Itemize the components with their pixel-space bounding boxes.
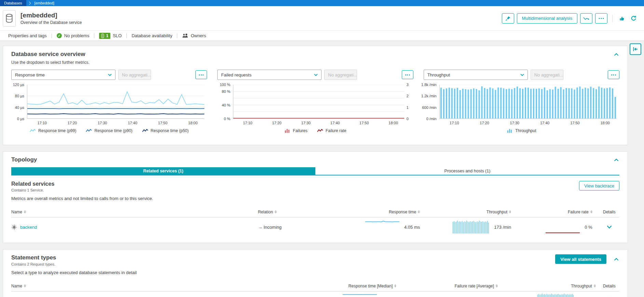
column-header-throughput[interactable]: Throughput (430, 210, 521, 214)
chart-legend: FailuresFailure rate (217, 128, 413, 133)
statement-types-card: Statement types Contains 2 Request types… (3, 249, 628, 297)
sort-icon (24, 284, 26, 287)
column-header-failure-rate[interactable]: Failure rate (521, 210, 599, 214)
slo-item[interactable]: 1 SLO (94, 31, 126, 41)
chart-legend: Response time (p99)Response time (p90)Re… (11, 128, 207, 133)
plot-area[interactable] (439, 85, 617, 119)
y-axis-label: 40 µs (15, 105, 24, 110)
plot-area[interactable] (233, 85, 404, 119)
failed-requests-chart[interactable]: 100 %80 %40 %0 %321017:1017:2017:3017:40… (217, 85, 413, 139)
service-link[interactable]: backend (20, 225, 37, 230)
response-time-value: 28.1 µs (382, 296, 396, 297)
chart-options-button[interactable] (195, 70, 207, 79)
sort-icon (24, 210, 26, 213)
x-axis-label: 17:10 (37, 121, 47, 125)
y-axis-label: 0 % (224, 117, 230, 121)
slo-count: 1 (106, 33, 108, 38)
chart-options-button[interactable] (608, 70, 619, 79)
multidimensional-analysis-button[interactable]: Multidimensional analysis (517, 13, 577, 24)
chart-options-button[interactable] (402, 70, 413, 79)
more-actions-button[interactable] (595, 13, 607, 24)
feedback-thumbs-up-button[interactable] (617, 14, 626, 23)
row-details-button[interactable] (599, 225, 619, 229)
legend-item[interactable]: Throughput (507, 128, 536, 133)
owners-item[interactable]: Owners (177, 31, 211, 41)
x-axis-label: 17:30 (301, 121, 311, 125)
legend-item[interactable]: Response time (p99) (30, 128, 76, 133)
topology-card-title: Topology (11, 156, 37, 163)
x-axis-label: 17:50 (570, 121, 580, 125)
x-axis-label: 17:40 (540, 121, 550, 125)
metric-panels: Response time No aggregati... 120 µs80 µ… (11, 70, 619, 139)
sort-icon (496, 284, 498, 287)
sort-icon (509, 210, 511, 213)
properties-and-tags-label: Properties and tags (8, 33, 47, 38)
view-backtrace-label: View backtrace (584, 183, 614, 188)
service-icon (11, 224, 17, 230)
tab-processes-and-hosts[interactable]: Processes and hosts (1) (315, 167, 619, 175)
owners-label: Owners (191, 33, 206, 38)
tab-related-services[interactable]: Related services (1) (11, 167, 315, 175)
page-content: Database service overview Use the dropdo… (0, 41, 644, 297)
metric-select[interactable]: Response time (11, 70, 115, 80)
chevron-up-icon (614, 258, 619, 261)
column-header-name[interactable]: Name (11, 210, 258, 214)
x-axis-label: 17:10 (243, 121, 252, 125)
metric-select[interactable]: Failed requests (217, 70, 321, 80)
legend-item[interactable]: Failure rate (317, 128, 346, 133)
right-y-axis (204, 85, 207, 119)
response-time-chart[interactable]: 120 µs80 µs40 µs0 µs17:1017:2017:3017:40… (11, 85, 207, 139)
x-axis: 17:1017:2017:3017:4017:5018:00 (439, 119, 617, 126)
column-header-relation[interactable]: Relation (258, 210, 349, 214)
collapse-panel-button[interactable] (630, 43, 641, 55)
view-all-statements-label: View all statements (560, 257, 601, 262)
aggregation-select: No aggregati... (118, 70, 151, 80)
analysis-trend-button[interactable] (580, 13, 592, 24)
y-axis-label: 3 (407, 83, 409, 87)
owners-icon (182, 33, 188, 38)
y-axis-label: 600 /min (422, 105, 436, 110)
x-axis-label: 17:40 (128, 121, 137, 125)
x-axis-label: 17:20 (480, 121, 489, 125)
failed-requests-panel: Failed requests No aggregati... 100 %80 … (217, 70, 413, 139)
statement-types-subtitle: Select a type to analyze executed databa… (11, 270, 137, 275)
ellipsis-icon (599, 18, 604, 19)
failure-rate-value: 0 % (490, 296, 497, 297)
throughput-chart[interactable]: 1.8k /min1.2k /min600 /min0 /min17:1017:… (424, 85, 619, 139)
problems-item[interactable]: ✓ No problems (52, 31, 94, 41)
multidimensional-analysis-label: Multidimensional analysis (522, 16, 572, 21)
view-all-statements-button[interactable]: View all statements (555, 254, 606, 264)
table-row: backend → Incoming 4.05 ms 173 /min (11, 217, 619, 237)
topology-collapse-button[interactable] (613, 157, 619, 163)
column-header-failure-rate-average[interactable]: Failure rate [Average] (400, 284, 501, 288)
x-axis-label: 18:00 (388, 121, 398, 125)
view-backtrace-button[interactable]: View backtrace (579, 181, 619, 190)
column-header-response-time[interactable]: Response time (349, 210, 430, 214)
column-header-name[interactable]: Name (11, 284, 329, 288)
topology-tabs: Related services (1) Processes and hosts… (11, 167, 619, 175)
column-header-throughput[interactable]: Throughput (501, 284, 599, 288)
sort-icon (594, 284, 596, 287)
properties-and-tags-item[interactable]: Properties and tags (3, 31, 52, 41)
line-series-icon (86, 129, 92, 133)
database-availability-item[interactable]: Database availability (127, 31, 177, 41)
relation-value: Incoming (264, 225, 282, 230)
x-axis-label: 17:20 (68, 121, 77, 125)
related-services-heading: Related services (11, 181, 153, 187)
plot-area[interactable] (27, 85, 204, 119)
statements-collapse-button[interactable] (613, 256, 619, 263)
legend-item[interactable]: Failures (284, 128, 307, 133)
statement-type-link[interactable]: SQL Queries or Procedures (11, 296, 66, 297)
refresh-button[interactable] (629, 14, 638, 23)
metric-select[interactable]: Throughput (424, 70, 528, 80)
page-subtitle: Overview of the Database service (20, 20, 82, 25)
breadcrumb-root[interactable]: Databases (0, 0, 26, 6)
chevron-down-icon (520, 74, 524, 76)
legend-item[interactable]: Response time (p50) (142, 128, 189, 133)
column-header-response-time-median[interactable]: Response time [Median] (329, 284, 400, 288)
legend-item[interactable]: Response time (p90) (86, 128, 132, 133)
pin-button[interactable] (502, 13, 514, 24)
pin-icon (505, 16, 511, 21)
aggregation-select-value: No aggregati... (534, 72, 563, 77)
overview-collapse-button[interactable] (613, 51, 619, 58)
